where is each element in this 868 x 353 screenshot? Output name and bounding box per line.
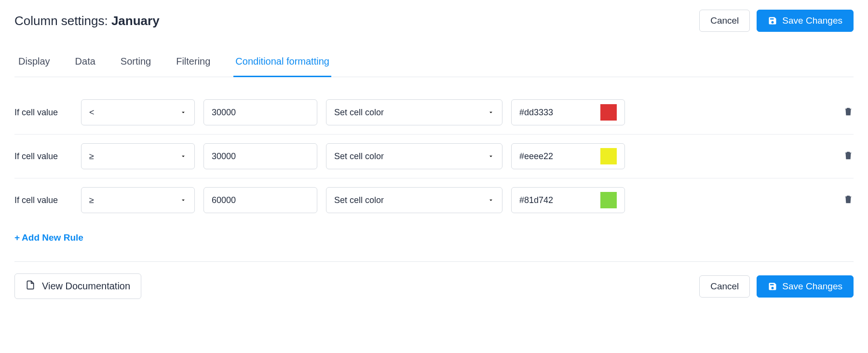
tab-filtering[interactable]: Filtering (174, 51, 212, 77)
header-action-row: Cancel Save Changes (699, 10, 854, 32)
tab-label: Data (75, 56, 95, 67)
document-icon (26, 280, 35, 293)
rule-label: If cell value (14, 195, 72, 205)
chevron-down-icon (488, 153, 494, 160)
trash-icon (843, 194, 854, 206)
color-hex: #81d742 (519, 195, 553, 205)
value-text: 30000 (212, 151, 236, 162)
tab-display[interactable]: Display (16, 51, 52, 77)
trash-icon (843, 150, 854, 163)
page-header: Column settings: January Cancel Save Cha… (14, 10, 854, 32)
tab-label: Filtering (176, 56, 210, 67)
delete-rule-button[interactable] (843, 194, 854, 206)
footer-action-row: Cancel Save Changes (699, 275, 854, 298)
operator-select[interactable]: ≥ (81, 187, 195, 213)
page-footer: View Documentation Cancel Save Changes (14, 261, 854, 299)
rule-label: If cell value (14, 151, 72, 162)
rule-row: If cell value < 30000 Set cell color #dd… (14, 91, 854, 135)
chevron-down-icon (180, 109, 187, 116)
value-text: 30000 (212, 108, 236, 118)
color-input[interactable]: #dd3333 (511, 99, 625, 125)
color-input[interactable]: #81d742 (511, 187, 625, 213)
tab-conditional-formatting[interactable]: Conditional formatting (233, 51, 331, 77)
action-value: Set cell color (334, 195, 384, 205)
rules-list: If cell value < 30000 Set cell color #dd… (14, 91, 854, 222)
tab-label: Display (18, 56, 50, 67)
rule-label: If cell value (14, 108, 72, 118)
chevron-down-icon (488, 109, 494, 116)
color-swatch (600, 192, 617, 208)
rule-row: If cell value ≥ 60000 Set cell color #81… (14, 178, 854, 222)
save-button[interactable]: Save Changes (757, 10, 854, 32)
cancel-button-label: Cancel (710, 15, 739, 26)
color-hex: #eeee22 (519, 151, 553, 162)
cancel-button-label: Cancel (710, 281, 739, 292)
view-documentation-button[interactable]: View Documentation (14, 273, 141, 299)
value-input[interactable]: 60000 (203, 187, 317, 213)
save-button[interactable]: Save Changes (757, 275, 854, 298)
save-icon (768, 282, 777, 291)
color-hex: #dd3333 (519, 108, 553, 118)
tab-label: Conditional formatting (235, 56, 329, 67)
page-title: Column settings: January (14, 14, 160, 28)
tabs-bar: Display Data Sorting Filtering Condition… (14, 51, 854, 77)
save-icon (768, 16, 777, 26)
operator-value: ≥ (89, 151, 94, 162)
column-name: January (111, 14, 160, 28)
action-select[interactable]: Set cell color (326, 143, 502, 169)
rule-row: If cell value ≥ 30000 Set cell color #ee… (14, 135, 854, 178)
save-button-label: Save Changes (782, 281, 842, 292)
delete-rule-button[interactable] (843, 150, 854, 163)
tab-label: Sorting (121, 56, 151, 67)
color-swatch (600, 148, 617, 164)
action-select[interactable]: Set cell color (326, 99, 502, 125)
operator-value: ≥ (89, 195, 94, 205)
operator-select[interactable]: < (81, 99, 195, 125)
cancel-button[interactable]: Cancel (699, 275, 750, 298)
operator-value: < (89, 108, 95, 118)
value-text: 60000 (212, 195, 236, 205)
cancel-button[interactable]: Cancel (699, 10, 750, 32)
plus-icon: + (14, 232, 20, 243)
color-input[interactable]: #eeee22 (511, 143, 625, 169)
action-value: Set cell color (334, 151, 384, 162)
add-rule-label: Add New Rule (22, 232, 83, 243)
trash-icon (843, 106, 854, 119)
add-rule-button[interactable]: + Add New Rule (14, 232, 83, 243)
save-button-label: Save Changes (782, 15, 842, 26)
chevron-down-icon (180, 153, 187, 160)
chevron-down-icon (488, 197, 494, 204)
color-swatch (600, 104, 617, 121)
delete-rule-button[interactable] (843, 106, 854, 119)
action-select[interactable]: Set cell color (326, 187, 502, 213)
operator-select[interactable]: ≥ (81, 143, 195, 169)
action-value: Set cell color (334, 108, 384, 118)
value-input[interactable]: 30000 (203, 143, 317, 169)
title-prefix: Column settings: (14, 14, 111, 28)
doc-button-label: View Documentation (42, 281, 130, 292)
chevron-down-icon (180, 197, 187, 204)
tab-data[interactable]: Data (73, 51, 97, 77)
value-input[interactable]: 30000 (203, 99, 317, 125)
tab-sorting[interactable]: Sorting (119, 51, 153, 77)
